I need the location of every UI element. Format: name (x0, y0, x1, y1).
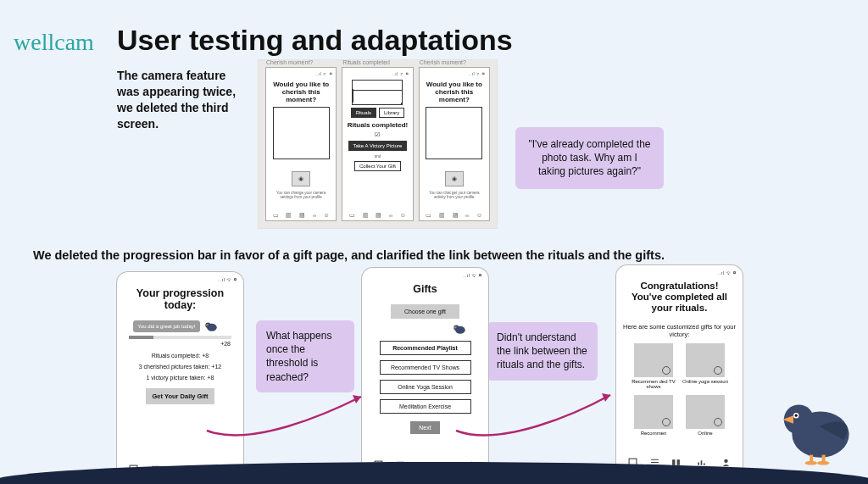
wireframes-top-group: Cherish moment? ..ıl ᯤ ◨ Would you like … (258, 59, 498, 229)
status-icons: ..ıl ᯤ ◨ (218, 277, 237, 282)
user-quote-threshold: What happens once the threshold is reach… (256, 320, 354, 392)
svg-rect-28 (822, 455, 826, 462)
svg-rect-27 (810, 455, 813, 462)
progress-line: 1 victory picture taken: +8 (147, 375, 214, 381)
svg-point-3 (208, 324, 209, 325)
envelope-icon (352, 80, 403, 105)
phone-subtitle: Here are some customized gifts for your … (622, 323, 737, 338)
svg-point-19 (725, 459, 728, 463)
phone-title: Your progression today: (126, 287, 234, 312)
brand-bird-icon (773, 392, 854, 467)
camera-icon: ◉ (292, 171, 310, 186)
phone-progression: ..ıl ᯤ ◨ Your progression today: You did… (116, 271, 244, 480)
gift-card: Recommen ded TV shows (630, 343, 676, 390)
user-quote-photo-task: "I've already completed the photo task. … (515, 127, 664, 189)
caption-bottom: We deleted the progression bar in favor … (33, 248, 665, 262)
status-icons: ..ıl ᯤ ◨ (315, 71, 332, 76)
wf-question: Would you like to cherish this moment? (426, 81, 482, 103)
gift-grid: Recommen ded TV shows Online yoga sessio… (630, 343, 728, 437)
wf-bottom-nav: ▭▥▨⏛☺ (426, 212, 482, 219)
check-icon: ☑ (375, 131, 380, 138)
svg-point-29 (805, 461, 817, 465)
phone-title: Congratulations! You've completed all yo… (626, 281, 733, 314)
wf-head: Cherish moment? (420, 59, 466, 65)
gift-card: Online (682, 395, 729, 437)
gift-option: Recommended Playlist (380, 341, 471, 355)
wf-question: Would you like to cherish this moment? (273, 81, 329, 103)
flow-arrow-icon (200, 388, 370, 448)
next-button: Next (410, 421, 439, 434)
gift-card: Online yoga session (682, 343, 729, 390)
gift-hint: Choose one gift (391, 304, 459, 319)
wf-button-take-picture: Take A Victory Picture (348, 141, 408, 151)
progress-points: +28 (220, 341, 231, 347)
user-quote-link: Didn't understand the link between the r… (487, 322, 598, 381)
camera-icon: ◉ (445, 171, 464, 186)
wireframe-cherish-a: Cherish moment? ..ıl ᯤ ◨ Would you like … (265, 67, 337, 221)
bird-icon (203, 320, 219, 332)
wf-hint: You can chat get your camera activity fr… (423, 191, 486, 199)
status-icons: ..ıl ᯤ ◨ (717, 270, 737, 275)
wf-head: Rituals completed (342, 59, 390, 65)
brand-logo: wellcam (14, 29, 94, 56)
wf-hint: You can change your camera settings from… (270, 191, 332, 199)
status-icons: ..ıl ᯤ ◨ (463, 273, 482, 278)
wf-image-placeholder (273, 107, 330, 159)
bird-icon (452, 323, 467, 335)
progress-line: Rituals completed: +8 (152, 353, 209, 359)
progress-line: 3 cherished pictures taken: +12 (139, 364, 221, 370)
svg-point-11 (455, 327, 456, 328)
status-icons: ..ıl ᯤ ◨ (469, 71, 486, 76)
caption-top: The camera feature was appearing twice, … (117, 68, 246, 132)
wf-head: Cherish moment? (266, 59, 313, 65)
svg-point-30 (817, 461, 829, 465)
wf-segment: RitualsLibrary (351, 108, 405, 118)
wf-and: and (375, 154, 381, 159)
wireframe-rituals-completed: Rituals completed ..ıl ᯤ ◨ RitualsLibrar… (342, 67, 413, 221)
speech-bubble: You did a great job today! (133, 320, 201, 332)
phone-title: Gifts (413, 283, 437, 295)
svg-point-26 (795, 414, 798, 417)
wireframe-cherish-b: Cherish moment? ..ıl ᯤ ◨ Would you like … (419, 67, 490, 221)
wf-bottom-nav: ▭▥▨⏛☺ (349, 212, 406, 219)
progress-bar (129, 336, 232, 339)
gift-option: Recommended TV Shows (380, 360, 471, 375)
page-title: User testing and adaptations (117, 24, 513, 57)
wf-button-collect-gift: Collect Your Gift (354, 161, 401, 171)
wf-image-placeholder (426, 107, 482, 159)
wf-subtitle: Rituals completed! (348, 122, 409, 130)
flow-arrow-icon (449, 388, 619, 448)
wf-bottom-nav: ▭▥▨⏛☺ (273, 212, 330, 219)
phone-congrats: ..ıl ᯤ ◨ Congratulations! You've complet… (615, 264, 743, 473)
status-icons: ..ıl ᯤ ◨ (392, 71, 409, 76)
svg-rect-18 (677, 459, 680, 465)
gift-card: Recommen (630, 395, 676, 437)
